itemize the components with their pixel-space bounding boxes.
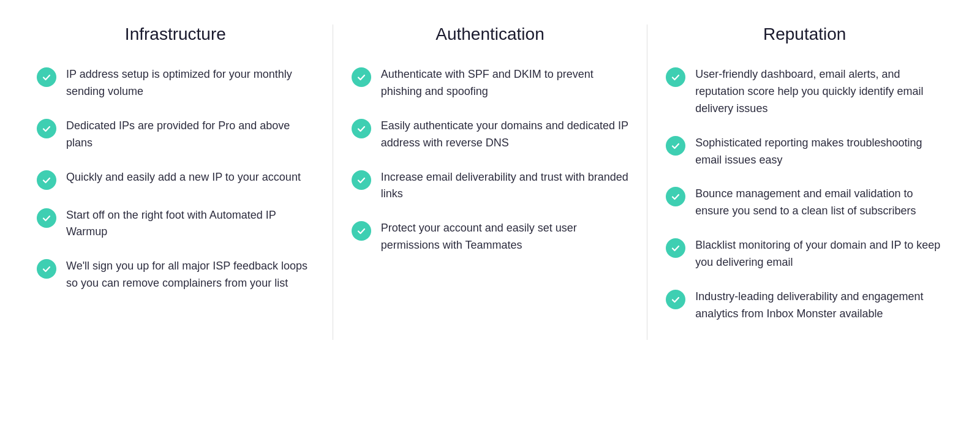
feature-item: Blacklist monitoring of your domain and … [666,237,943,271]
column-divider [333,24,333,340]
feature-item: IP address setup is optimized for your m… [37,66,314,100]
feature-item: Start off on the right foot with Automat… [37,207,314,241]
check-icon [37,119,56,138]
feature-item: Sophisticated reporting makes troublesho… [666,135,943,169]
feature-item: Easily authenticate your domains and ded… [352,118,629,152]
feature-text: Sophisticated reporting makes troublesho… [695,135,943,169]
feature-text: Industry-leading deliverability and enga… [695,288,943,323]
column-title-reputation: Reputation [666,24,943,44]
check-icon [352,221,371,241]
feature-item: We'll sign you up for all major ISP feed… [37,258,314,292]
feature-item: Increase email deliverability and trust … [352,169,629,203]
check-icon [37,170,56,190]
check-icon [666,67,685,87]
check-icon [37,67,56,87]
feature-text: Increase email deliverability and trust … [381,169,629,203]
feature-item: Quickly and easily add a new IP to your … [37,169,314,190]
check-icon [352,67,371,87]
check-icon [352,170,371,190]
check-icon [37,259,56,279]
feature-text: Blacklist monitoring of your domain and … [695,237,943,271]
feature-item: Protect your account and easily set user… [352,220,629,254]
check-icon [37,208,56,228]
feature-text: Authenticate with SPF and DKIM to preven… [381,66,629,100]
feature-text: Start off on the right foot with Automat… [66,207,314,241]
feature-text: Dedicated IPs are provided for Pro and a… [66,118,314,152]
column-divider [647,24,647,340]
check-icon [666,290,685,309]
column-title-authentication: Authentication [352,24,629,44]
feature-text: IP address setup is optimized for your m… [66,66,314,100]
feature-text: Easily authenticate your domains and ded… [381,118,629,152]
column-authentication: Authentication Authenticate with SPF and… [352,24,629,340]
feature-item: Authenticate with SPF and DKIM to preven… [352,66,629,100]
check-icon [666,238,685,258]
feature-text: Quickly and easily add a new IP to your … [66,169,301,186]
feature-text: Bounce management and email validation t… [695,186,943,220]
feature-text: Protect your account and easily set user… [381,220,629,254]
check-icon [666,136,685,156]
feature-item: Industry-leading deliverability and enga… [666,288,943,323]
check-icon [666,187,685,206]
column-reputation: Reputation User-friendly dashboard, emai… [666,24,943,340]
feature-text: User-friendly dashboard, email alerts, a… [695,66,943,118]
column-title-infrastructure: Infrastructure [37,24,314,44]
feature-item: User-friendly dashboard, email alerts, a… [666,66,943,118]
feature-item: Bounce management and email validation t… [666,186,943,220]
check-icon [352,119,371,138]
feature-item: Dedicated IPs are provided for Pro and a… [37,118,314,152]
page-container: Infrastructure IP address setup is optim… [0,0,980,364]
feature-text: We'll sign you up for all major ISP feed… [66,258,314,292]
column-infrastructure: Infrastructure IP address setup is optim… [37,24,314,340]
